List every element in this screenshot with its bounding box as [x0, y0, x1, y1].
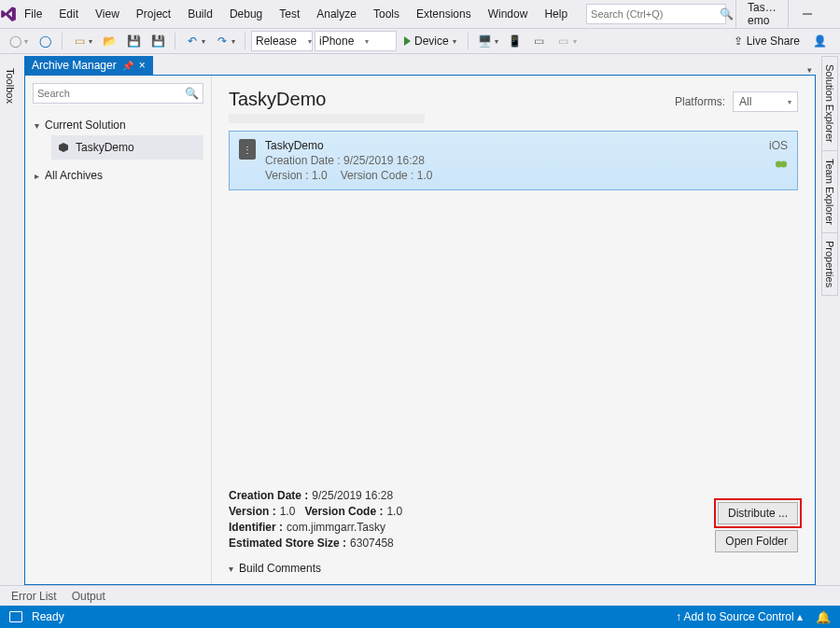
device-button[interactable]: ▭ — [528, 32, 551, 50]
pin-icon[interactable]: 📌 — [122, 61, 133, 71]
quick-launch-search[interactable]: 🔍 — [586, 4, 726, 24]
solution-name-label[interactable]: Tas…emo — [735, 0, 789, 32]
card-version-value: 1.0 — [312, 169, 328, 182]
solution-explorer-tab[interactable]: Solution Explorer — [821, 56, 838, 151]
menu-test[interactable]: Test — [272, 4, 307, 24]
platform-value: iPhone — [319, 35, 354, 48]
archive-name: TaskyDemo — [265, 139, 432, 152]
tab-overflow-button[interactable]: ▾ — [807, 65, 812, 75]
minimize-button[interactable] — [789, 0, 826, 28]
pair-to-mac-button[interactable]: 🖥️▾ — [474, 32, 502, 50]
device-log-button[interactable]: 📱 — [504, 32, 526, 50]
detail-identifier-label: Identifier : — [229, 521, 283, 534]
chevron-down-icon: ▾ — [788, 98, 791, 106]
maximize-button[interactable] — [826, 0, 840, 28]
menu-extensions[interactable]: Extensions — [409, 4, 479, 24]
card-platform-label: iOS — [769, 139, 788, 152]
menu-view[interactable]: View — [88, 4, 127, 24]
distribute-button[interactable]: Distribute ... — [718, 502, 798, 524]
configuration-dropdown[interactable]: Release▾ — [251, 31, 313, 51]
search-icon: 🔍 — [720, 7, 734, 21]
menu-debug[interactable]: Debug — [222, 4, 270, 24]
redo-button[interactable]: ↷▾ — [211, 32, 239, 50]
undo-button[interactable]: ↶▾ — [181, 32, 209, 50]
card-versioncode-value: 1.0 — [417, 169, 433, 182]
detail-size-label: Estimated Store Size : — [229, 537, 346, 550]
menu-tools[interactable]: Tools — [366, 4, 407, 24]
menu-help[interactable]: Help — [537, 4, 575, 24]
feedback-icon[interactable]: 👤 — [813, 35, 827, 48]
search-icon: 🔍 — [185, 87, 199, 100]
archive-search-box[interactable]: 🔍 — [33, 83, 203, 104]
live-share-icon: ⇪ — [734, 35, 743, 48]
start-target-label: Device — [414, 35, 449, 48]
status-bar: Ready ↑ Add to Source Control ▴ 🔔 — [0, 606, 840, 628]
platforms-dropdown[interactable]: All ▾ — [733, 91, 798, 112]
detail-version-value: 1.0 — [280, 505, 296, 518]
tree-project-label: TaskyDemo — [76, 141, 134, 154]
menubar: FileEditViewProjectBuildDebugTestAnalyze… — [17, 4, 575, 24]
main-toolbar: ◯▾ ◯ ▭▾ 📂 💾 💾 ↶▾ ↷▾ Release▾ iPhone▾ Dev… — [0, 28, 840, 54]
tablet-button[interactable]: ▭▾ — [553, 32, 581, 50]
new-project-button[interactable]: ▭▾ — [68, 32, 96, 50]
platforms-value: All — [739, 95, 751, 108]
platform-dropdown[interactable]: iPhone▾ — [315, 31, 397, 51]
close-tab-icon[interactable]: × — [139, 61, 146, 70]
source-control-label: Add to Source Control — [684, 610, 794, 623]
tree-label: All Archives — [45, 169, 103, 182]
menu-project[interactable]: Project — [129, 4, 178, 24]
platforms-label: Platforms: — [675, 95, 725, 108]
notifications-icon[interactable]: 🔔 — [816, 610, 831, 624]
detail-version-label: Version : — [229, 505, 276, 518]
open-file-button[interactable]: 📂 — [98, 32, 120, 50]
configuration-value: Release — [256, 35, 297, 48]
save-all-button[interactable]: 💾 — [147, 32, 169, 50]
play-icon — [404, 36, 411, 46]
menu-file[interactable]: File — [17, 4, 49, 24]
bottom-toolwindow-tabs: Error List Output — [0, 585, 840, 606]
error-list-tab[interactable]: Error List — [9, 588, 59, 605]
nav-forward-button[interactable]: ◯ — [34, 32, 56, 50]
tree-current-solution[interactable]: Current Solution — [33, 115, 203, 135]
build-comments-expander[interactable]: Build Comments — [229, 562, 798, 575]
build-comments-label: Build Comments — [239, 562, 321, 575]
archive-title: TaskyDemo — [229, 89, 425, 110]
archive-manager-tab[interactable]: Archive Manager 📌 × — [24, 56, 153, 75]
live-share-label: Live Share — [747, 35, 800, 48]
detail-versioncode-label: Version Code : — [304, 505, 383, 518]
detail-date-label: Creation Date : — [229, 489, 308, 502]
open-folder-button[interactable]: Open Folder — [715, 530, 798, 552]
menu-window[interactable]: Window — [481, 4, 536, 24]
menu-analyze[interactable]: Analyze — [309, 4, 364, 24]
ios-badge-icon — [775, 158, 788, 171]
tree-label: Current Solution — [45, 119, 126, 132]
card-date-label: Creation Date : — [265, 154, 341, 167]
properties-tab[interactable]: Properties — [821, 232, 838, 296]
live-share-button[interactable]: ⇪ Live Share — [728, 33, 805, 49]
start-debug-button[interactable]: Device ▾ — [399, 33, 462, 49]
archive-row[interactable]: ⋮ TaskyDemo Creation Date : 9/25/2019 16… — [229, 131, 798, 190]
svg-point-5 — [780, 161, 787, 168]
menu-edit[interactable]: Edit — [51, 4, 86, 24]
nav-back-button[interactable]: ◯▾ — [4, 32, 32, 50]
tab-title: Archive Manager — [32, 59, 117, 72]
quick-launch-input[interactable] — [591, 8, 720, 20]
detail-versioncode-value: 1.0 — [386, 505, 402, 518]
tree-all-archives[interactable]: All Archives — [33, 165, 203, 186]
save-button[interactable]: 💾 — [122, 32, 145, 50]
team-explorer-tab[interactable]: Team Explorer — [821, 150, 838, 233]
card-date-value: 9/25/2019 16:28 — [343, 154, 425, 167]
archive-search-input[interactable] — [37, 88, 185, 99]
archive-details: Creation Date :9/25/2019 16:28 Version :… — [229, 489, 798, 550]
archive-icon: ⋮ — [239, 139, 256, 160]
toolbox-tab[interactable]: Toolbox — [2, 62, 19, 110]
card-versioncode-label: Version Code : — [341, 169, 414, 182]
project-icon — [59, 143, 68, 152]
card-version-label: Version : — [265, 169, 309, 182]
status-ready-label: Ready — [32, 610, 64, 623]
tree-project-item[interactable]: TaskyDemo — [51, 135, 203, 160]
menu-build[interactable]: Build — [180, 4, 220, 24]
add-to-source-control[interactable]: ↑ Add to Source Control ▴ — [676, 610, 803, 623]
status-window-icon — [9, 611, 22, 622]
output-tab[interactable]: Output — [70, 588, 107, 605]
